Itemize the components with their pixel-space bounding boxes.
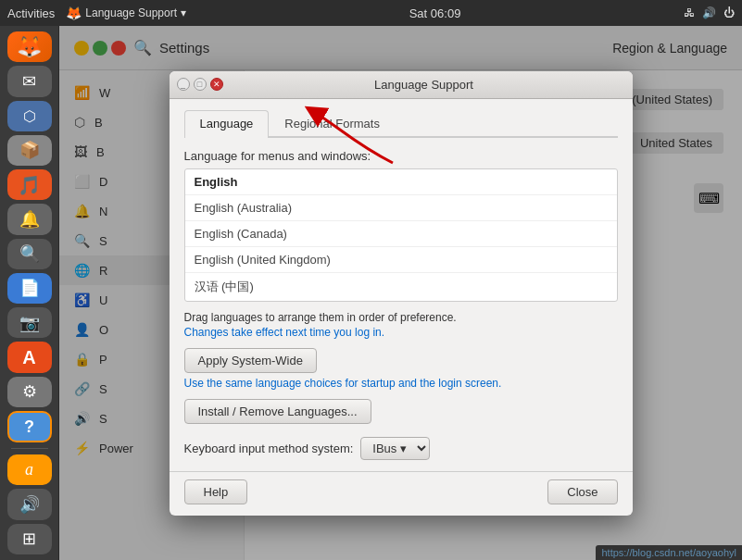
drag-subhint: Changes take effect next time you log in… [184,326,618,339]
dock-camera[interactable]: 📷 [7,307,52,338]
install-remove-btn[interactable]: Install / Remove Languages... [184,399,371,424]
texteditor-dock-icon: A [22,347,35,368]
network-tray-icon[interactable]: 🖧 [684,6,695,19]
lang-item-english[interactable]: English [185,169,617,195]
language-support-dialog: _ □ ✕ Language Support Language Regional… [170,71,633,516]
dock-bluetooth[interactable]: ⬡ [7,101,52,131]
dialog-minimize-btn[interactable]: _ [177,78,190,91]
dock-search[interactable]: 🔍 [7,239,52,269]
drag-hint: Drag languages to arrange them in order … [184,311,618,324]
apply-system-wide-btn[interactable]: Apply System-Wide [184,348,317,373]
lang-item-chinese[interactable]: 汉语 (中国) [185,273,617,301]
lang-item-english-au[interactable]: English (Australia) [185,195,617,221]
dock-archive[interactable]: 📦 [7,135,52,166]
top-bar: Activities 🦊 Language Support ▾ Sat 06:0… [0,0,742,26]
amazon-dock-icon: a [25,460,33,479]
dock-doc[interactable]: 📄 [7,273,52,304]
system-tray: 🖧 🔊 ⏻ [684,6,735,19]
dock-amazon[interactable]: a [7,454,52,485]
grid-dock-icon: ⊞ [22,529,36,549]
dialog-help-btn[interactable]: Help [184,479,248,504]
sound-dock-icon: 🔊 [19,494,40,515]
dock-sound[interactable]: 🔊 [7,489,52,519]
app-chevron: ▾ [181,6,186,19]
bluetooth-dock-icon: ⬡ [23,107,36,125]
keyboard-select[interactable]: IBus ▾ fcitx None [360,437,430,460]
top-bar-left: Activities 🦊 Language Support ▾ [7,6,186,20]
tab-regional-formats[interactable]: Regional Formats [269,110,396,136]
search-dock-icon: 🔍 [19,243,40,264]
keyboard-input-row: Keyboard input method system: IBus ▾ fci… [184,437,618,460]
settings-dock-icon: ⚙ [22,381,37,402]
dialog-close-footer-btn[interactable]: Close [547,479,617,504]
modal-overlay: _ □ ✕ Language Support Language Regional… [59,26,742,560]
lang-section-label: Language for menus and windows: [184,149,618,163]
firefox-logo: 🦊 [66,6,82,20]
archive-dock-icon: 📦 [19,140,40,160]
dock-settings[interactable]: ⚙ [7,377,52,407]
dialog-titlebar: _ □ ✕ Language Support [170,71,633,99]
dock-bell[interactable]: 🔔 [7,204,52,234]
firefox-dock-icon: 🦊 [17,35,42,59]
keyboard-input-label: Keyboard input method system: [184,442,354,455]
apply-hint: Use the same language choices for startu… [184,377,618,390]
doc-dock-icon: 📄 [19,278,40,298]
dialog-close-btn[interactable]: ✕ [210,78,223,91]
tab-language[interactable]: Language [184,110,270,138]
dock-firefox[interactable]: 🦊 [7,31,52,62]
dock-email[interactable]: ✉ [7,66,52,96]
lang-item-english-ca[interactable]: English (Canada) [185,221,617,247]
app-name-label: Language Support [85,6,177,19]
music-dock-icon: 🎵 [18,174,41,196]
dock-separator [11,448,48,449]
app-menu[interactable]: 🦊 Language Support ▾ [66,6,186,20]
tab-bar: Language Regional Formats [184,110,618,138]
lang-item-english-uk[interactable]: English (United Kingdom) [185,247,617,273]
dialog-footer: Help Close [170,471,633,516]
dock: 🦊 ✉ ⬡ 📦 🎵 🔔 🔍 📄 📷 A ⚙ [0,26,59,560]
dialog-title: Language Support [223,78,625,92]
language-list: English English (Australia) English (Can… [184,168,618,302]
main-area: 🦊 ✉ ⬡ 📦 🎵 🔔 🔍 📄 📷 A ⚙ [0,26,742,560]
dock-help[interactable]: ? [7,411,52,443]
dialog-body: Language Regional Formats Language for m… [170,99,633,471]
bell-dock-icon: 🔔 [19,209,40,230]
power-tray-icon[interactable]: ⏻ [723,6,735,19]
activities-button[interactable]: Activities [7,6,55,20]
settings-window: 🔍 Settings Region & Language 📶 W ⬡ B 🖼 B [59,26,742,560]
camera-dock-icon: 📷 [19,313,40,333]
volume-tray-icon[interactable]: 🔊 [702,6,716,19]
dialog-maximize-btn[interactable]: □ [194,78,207,91]
clock: Sat 06:09 [409,6,461,20]
dock-texteditor[interactable]: A [7,342,52,372]
dock-music[interactable]: 🎵 [7,169,52,200]
email-dock-icon: ✉ [22,71,36,92]
dock-grid[interactable]: ⊞ [7,524,52,554]
help-dock-icon: ? [24,417,34,437]
dialog-win-controls: _ □ ✕ [177,78,223,91]
